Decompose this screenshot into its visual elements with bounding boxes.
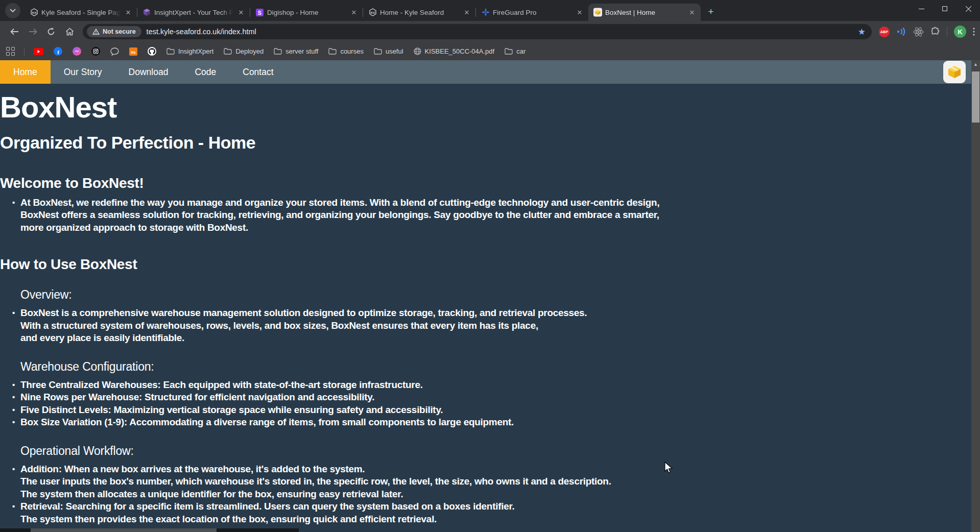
bookmark-item[interactable] (73, 47, 81, 56)
bookmark-label: server stuff (285, 47, 318, 55)
horizontal-scrollbar-thumb[interactable] (31, 528, 217, 532)
sections-container: Welcome to BoxNest!At BoxNest, we redefi… (0, 175, 980, 532)
tab-close-button[interactable]: ✕ (575, 8, 584, 17)
vertical-scrollbar[interactable]: ▲ (971, 60, 980, 532)
vertical-scrollbar-thumb[interactable] (972, 71, 979, 123)
bookmark-insightxpert[interactable]: InsightXpert (166, 47, 213, 55)
folder-icon (224, 48, 232, 55)
bookmarks-separator (24, 47, 25, 56)
minimize-button[interactable] (910, 0, 933, 17)
extensions-puzzle-icon[interactable] (930, 27, 940, 37)
bookmark-courses[interactable]: courses (328, 47, 364, 55)
browser-tab[interactable]: InsightXpert - Your Tech Partner✕ (137, 4, 250, 21)
svg-text:KS: KS (32, 11, 36, 14)
maximize-button[interactable] (933, 0, 957, 17)
page-title: BoxNest (0, 91, 980, 124)
page-content: BoxNest Organized To Perfection - Home W… (0, 84, 980, 532)
bullet-list: At BoxNest, we redefine the way you mana… (0, 197, 980, 234)
ks-hexagon-favicon-icon: KS (368, 8, 377, 17)
facebook-icon: f (54, 47, 62, 56)
tab-title: InsightXpert - Your Tech Partner (154, 9, 233, 16)
warning-triangle-icon (92, 29, 100, 35)
browser-tab[interactable]: BoxNest | Home✕ (588, 4, 701, 21)
tab-title: FireGuard Pro (493, 9, 572, 16)
bookmark-item[interactable] (34, 48, 43, 55)
tab-search-button[interactable] (5, 3, 20, 18)
toolbar-separator (947, 27, 947, 36)
tab-close-button[interactable]: ✕ (687, 8, 697, 17)
react-devtools-icon[interactable] (913, 27, 924, 37)
browser-menu-icon[interactable] (973, 28, 975, 36)
package-box-icon (947, 64, 962, 80)
tabs-container: KSKyle Seaford - Single Page (Dark✕Insig… (25, 4, 701, 21)
browser-tab[interactable]: FireGuard Pro✕ (476, 4, 588, 21)
folder-icon (166, 48, 175, 55)
subsection-heading: Overview: (20, 288, 980, 302)
maximize-icon (942, 6, 947, 11)
bookmark-item[interactable] (110, 47, 119, 56)
tab-close-button[interactable]: ✕ (236, 8, 246, 17)
bookmark-server-stuff[interactable]: server stuff (274, 47, 318, 55)
bookmark-label: car (516, 47, 525, 55)
site-navbar: HomeOur StoryDownloadCodeContact (0, 60, 980, 84)
tab-close-button[interactable]: ✕ (124, 8, 133, 17)
forward-arrow-icon (29, 28, 37, 35)
forward-button[interactable] (25, 24, 40, 39)
subsection-heading: Warehouse Configuration: (20, 360, 980, 374)
back-button[interactable] (7, 24, 22, 39)
scroll-up-arrow-icon[interactable]: ▲ (971, 60, 980, 68)
svg-text:S: S (258, 9, 261, 15)
svg-text:KS: KS (370, 11, 374, 14)
chevron-down-icon (10, 9, 16, 13)
web-page: HomeOur StoryDownloadCodeContact BoxNest… (0, 60, 980, 532)
nav-item-code[interactable]: Code (181, 60, 229, 84)
bullet-item: At BoxNest, we redefine the way you mana… (0, 197, 980, 234)
bookmark-item[interactable]: f (54, 47, 62, 56)
bookmark-car[interactable]: car (505, 47, 525, 55)
bullet-item: Retrieval: Searching for a specific item… (0, 500, 980, 525)
bookmark-label: KISBEE_50CC-04A.pdf (425, 47, 495, 55)
bookmark-kisbee-50cc-04a-pdf[interactable]: KISBEE_50CC-04A.pdf (414, 47, 495, 55)
bookmark-item[interactable] (148, 47, 156, 56)
purple-cube-favicon-icon (142, 8, 151, 17)
address-bar[interactable]: Not secure test.kyle-seaford.co.uk/index… (83, 24, 872, 39)
tab-close-button[interactable]: ✕ (462, 8, 471, 17)
nav-item-contact[interactable]: Contact (229, 60, 286, 84)
folder-icon (274, 48, 282, 55)
close-window-button[interactable] (957, 0, 980, 17)
url-text[interactable]: test.kyle-seaford.co.uk/index.html (147, 28, 858, 36)
nav-item-our-story[interactable]: Our Story (51, 60, 115, 84)
youtube-icon (34, 48, 43, 55)
bookmark-useful[interactable]: useful (374, 47, 403, 55)
bullet-item: Box Size Variation (1-9): Accommodating … (0, 416, 980, 429)
messenger-icon (73, 47, 81, 56)
security-chip[interactable]: Not secure (87, 26, 141, 37)
extensions-row: ABP K (879, 26, 975, 38)
profile-avatar[interactable]: K (954, 26, 966, 38)
nav-item-download[interactable]: Download (115, 60, 182, 84)
bookmark-deployed[interactable]: Deployed (224, 47, 264, 55)
home-button[interactable] (62, 24, 77, 39)
reload-icon (47, 28, 55, 36)
svg-text:f: f (57, 49, 59, 55)
sound-wave-extension-icon[interactable] (896, 27, 906, 36)
apps-grid-icon[interactable] (6, 47, 15, 56)
bookmark-item[interactable] (91, 47, 100, 56)
bookmark-star-icon[interactable]: ★ (858, 27, 866, 37)
folder-icon (505, 48, 513, 55)
digishop-s-favicon-icon: S (255, 8, 264, 17)
adblock-extension-icon[interactable]: ABP (879, 27, 890, 37)
tab-close-button[interactable]: ✕ (349, 8, 358, 17)
nav-item-home[interactable]: Home (0, 60, 51, 84)
its-badge-icon: its (129, 47, 137, 56)
subsection-heading: Operational Workflow: (20, 444, 980, 458)
browser-tab[interactable]: KSHome - Kyle Seaford✕ (363, 4, 475, 21)
browser-tab[interactable]: KSKyle Seaford - Single Page (Dark✕ (25, 4, 137, 21)
browser-tab[interactable]: SDigishop - Home✕ (250, 4, 363, 21)
bookmarks-container: fitsInsightXpertDeployedserver stuffcour… (34, 47, 525, 56)
reload-button[interactable] (43, 24, 59, 39)
horizontal-scrollbar[interactable] (0, 528, 299, 532)
bullet-item: Five Distinct Levels: Maximizing vertica… (0, 404, 980, 417)
bookmark-item[interactable]: its (129, 47, 137, 56)
new-tab-button[interactable]: + (704, 5, 718, 19)
